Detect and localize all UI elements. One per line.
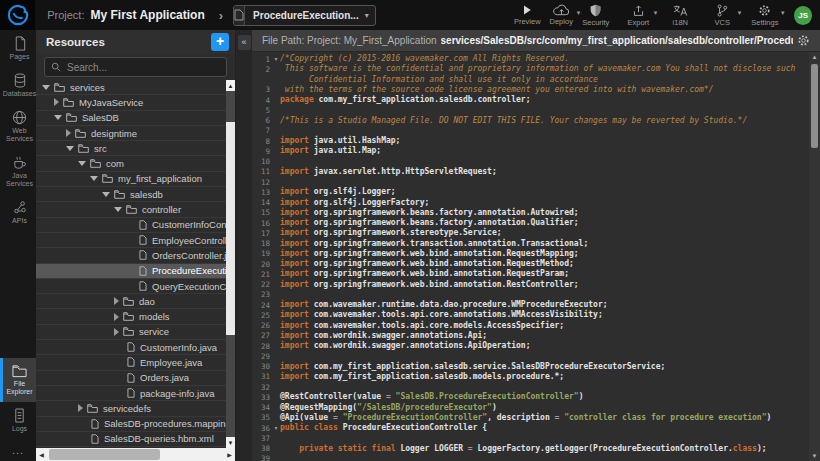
code-line[interactable]: 29	[252, 351, 820, 361]
tree-collapse-icon[interactable]	[54, 115, 62, 120]
tree-item-SalesDB[interactable]: SalesDB	[36, 111, 235, 126]
code-line[interactable]: 24import com.wavemaker.runtime.data.dao.…	[252, 300, 820, 310]
export-button[interactable]: ▾ Export	[621, 0, 655, 30]
tree-item-CustomerInfoController.java[interactable]: CustomerInfoController.java	[36, 218, 235, 233]
code-line[interactable]: 28import com.wordnik.swagger.annotations…	[252, 341, 820, 351]
code-line[interactable]: 23	[252, 290, 820, 300]
code-line[interactable]: 7	[252, 126, 820, 136]
tree-collapse-icon[interactable]	[42, 85, 50, 90]
code-line[interactable]: 34@RequestMapping("/SalesDB/procedureExe…	[252, 403, 820, 413]
collapse-panel-button[interactable]: «	[238, 35, 251, 50]
tree-item-src[interactable]: src	[36, 141, 235, 156]
tree-item-my_first_application[interactable]: my_first_application	[36, 172, 235, 187]
code-line[interactable]: 33@RestController(value = "SalesDB.Proce…	[252, 392, 820, 402]
scroll-left-icon[interactable]: ◀	[36, 451, 47, 458]
tree-vertical-scrollbar[interactable]: ▲ ▼	[226, 80, 235, 448]
code-line[interactable]: Confidential Information and shall use i…	[252, 75, 820, 85]
code-line[interactable]: 31import com.my_first_application.salesd…	[252, 372, 820, 382]
code-line[interactable]: 4package com.my_first_application.salesd…	[252, 95, 820, 105]
add-resource-button[interactable]: +	[211, 33, 229, 51]
tree-item-EmployeeController.java[interactable]: EmployeeController.java	[36, 233, 235, 248]
tree-item-com[interactable]: com	[36, 156, 235, 171]
code-line[interactable]: 38 private static final Logger LOGGER = …	[252, 444, 820, 454]
tree-collapse-icon[interactable]	[90, 176, 98, 181]
code-line[interactable]: 20import org.springframework.web.bind.an…	[252, 259, 820, 269]
code-line[interactable]: 11import javax.servlet.http.HttpServletR…	[252, 167, 820, 177]
code-line[interactable]: 2 This software is the confidential and …	[252, 64, 820, 74]
tree-expand-icon[interactable]	[66, 129, 71, 137]
code-line[interactable]: 27import com.wordnik.swagger.annotations…	[252, 331, 820, 341]
tree-item-MyJavaService[interactable]: MyJavaService	[36, 95, 235, 110]
tree-item-SalesDB-procedures.mappings.json[interactable]: SalesDB-procedures.mappings.json	[36, 417, 235, 432]
deploy-button[interactable]: ▾ Deploy	[544, 0, 578, 30]
preview-button[interactable]: Preview	[510, 0, 544, 30]
tree-collapse-icon[interactable]	[102, 192, 110, 197]
tree-item-models[interactable]: models	[36, 309, 235, 324]
tree-expand-icon[interactable]	[54, 98, 59, 106]
tree-item-Orders.java[interactable]: Orders.java	[36, 371, 235, 386]
code-line[interactable]: 15import org.springframework.beans.facto…	[252, 208, 820, 218]
i18n-button[interactable]: i18N	[663, 0, 697, 30]
tree-expand-icon[interactable]	[114, 297, 119, 305]
scroll-right-icon[interactable]: ▶	[224, 451, 235, 458]
tree-item-servicedefs[interactable]: servicedefs	[36, 401, 235, 416]
code-line[interactable]: 32	[252, 382, 820, 392]
code-line[interactable]: 10	[252, 157, 820, 167]
code-line[interactable]: 13import org.slf4j.Logger;	[252, 187, 820, 197]
code-line[interactable]: 35@Api(value = "ProcedureExecutionContro…	[252, 413, 820, 423]
scroll-thumb[interactable]	[811, 64, 818, 148]
scroll-down-icon[interactable]: ▼	[809, 451, 820, 461]
sidebar-item-web-services[interactable]: Web Services	[0, 104, 36, 149]
tree-collapse-icon[interactable]	[78, 161, 86, 166]
tree-collapse-icon[interactable]	[66, 146, 74, 151]
security-button[interactable]: Security	[578, 0, 613, 30]
code-line[interactable]: 6/*This is a Studio Managed File. DO NOT…	[252, 116, 820, 126]
scroll-up-icon[interactable]: ▲	[226, 80, 235, 91]
tree-item-package-info.java[interactable]: package-info.java	[36, 386, 235, 401]
code-line[interactable]: 39	[252, 454, 820, 461]
tree-item-Employee.java[interactable]: Employee.java	[36, 355, 235, 370]
scroll-thumb[interactable]	[49, 449, 160, 460]
tree-expand-icon[interactable]	[114, 328, 119, 336]
code-line[interactable]: 30import com.my_first_application.salesd…	[252, 362, 820, 372]
sidebar-item-databases[interactable]: Databases	[0, 67, 36, 104]
code-line[interactable]: 1▾/*Copyright (c) 2015-2016 wavemaker.co…	[252, 54, 820, 64]
code-line[interactable]: 36▾public class ProcedureExecutionContro…	[252, 423, 820, 433]
tree-item-dao[interactable]: dao	[36, 294, 235, 309]
sidebar-item-apis[interactable]: APIs	[0, 194, 36, 231]
sidebar-item-logs[interactable]: Logs	[0, 402, 36, 439]
tree-item-QueryExecutionController.java[interactable]: QueryExecutionController.java	[36, 279, 235, 294]
code-line[interactable]: 12	[252, 177, 820, 187]
vcs-button[interactable]: ▾ VCS	[705, 0, 739, 30]
code-line[interactable]: 17import org.springframework.stereotype.…	[252, 228, 820, 238]
sidebar-item-pages[interactable]: Pages	[0, 30, 36, 67]
search-box[interactable]	[44, 57, 227, 77]
tree-item-CustomerInfo.java[interactable]: CustomerInfo.java	[36, 340, 235, 355]
code-line[interactable]: 21import org.springframework.web.bind.an…	[252, 269, 820, 279]
tree-item-ProcedureExecutionController.java[interactable]: ProcedureExecutionController.java	[36, 264, 235, 279]
scroll-thumb[interactable]	[226, 122, 235, 335]
tree-item-designtime[interactable]: designtime	[36, 126, 235, 141]
scroll-down-icon[interactable]: ▼	[226, 437, 235, 448]
code-line[interactable]: 26import com.wavemaker.tools.api.core.mo…	[252, 321, 820, 331]
editor-vertical-scrollbar[interactable]: ▲ ▼	[809, 52, 820, 461]
sidebar-item-file-explorer[interactable]: File Explorer	[0, 358, 36, 402]
sidebar-item-java-services[interactable]: Java Services	[0, 149, 36, 194]
file-selector-dropdown[interactable]: ProcedureExecution... ▾	[233, 5, 376, 26]
user-avatar[interactable]: JS	[794, 6, 812, 25]
fold-marker-icon[interactable]: ▾	[272, 54, 280, 64]
code-content[interactable]: 1▾/*Copyright (c) 2015-2016 wavemaker.co…	[252, 52, 820, 461]
code-line[interactable]: 16import org.springframework.beans.facto…	[252, 218, 820, 228]
code-line[interactable]: 37	[252, 433, 820, 443]
tree-item-controller[interactable]: controller	[36, 202, 235, 217]
tree-collapse-icon[interactable]	[114, 207, 122, 212]
code-line[interactable]: 18import org.springframework.transaction…	[252, 239, 820, 249]
tree-item-salesdb[interactable]: salesdb	[36, 187, 235, 202]
code-line[interactable]: 14import org.slf4j.LoggerFactory;	[252, 198, 820, 208]
fold-marker-icon[interactable]: ▾	[272, 423, 280, 433]
settings-button[interactable]: ▾ Settings	[747, 0, 782, 30]
tree-item-services[interactable]: services	[36, 80, 235, 95]
code-line[interactable]: 5	[252, 105, 820, 115]
code-line[interactable]: 19import org.springframework.web.bind.an…	[252, 249, 820, 259]
tree-expand-icon[interactable]	[78, 404, 83, 412]
